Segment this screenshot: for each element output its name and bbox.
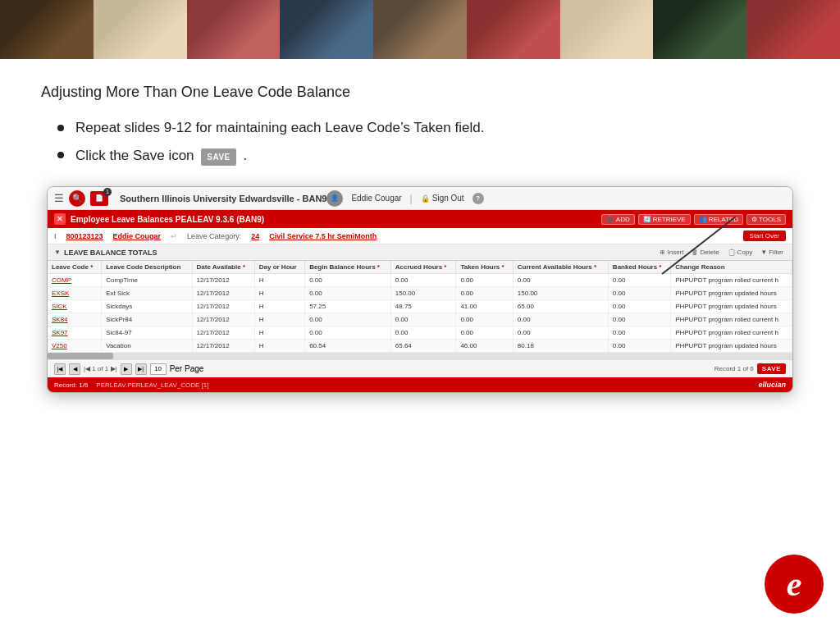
leave-code-cell[interactable]: SICK: [48, 300, 102, 313]
day-or-hour-cell: H: [254, 274, 304, 287]
photo-4: [280, 0, 373, 59]
tools-label: TOOLS: [759, 216, 781, 223]
leave-code-link[interactable]: COMP: [52, 276, 71, 284]
search-button[interactable]: 🔍: [69, 190, 85, 207]
status-bar: Record: 1/6 PERLEAV.PERLEAV_LEAV_CODE [1…: [48, 377, 792, 392]
begin-balance-cell: 0.00: [305, 274, 391, 287]
bullet-text-2: Click the Save icon SAVE .: [75, 145, 247, 167]
bullet-list: Repeat slides 9-12 for maintaining each …: [57, 117, 799, 166]
svg-line-0: [662, 217, 736, 274]
leave-cat-code[interactable]: 24: [251, 232, 259, 240]
leave-code-cell[interactable]: COMP: [48, 274, 102, 287]
change-reason-cell: PHPUPDT program updated hours: [671, 340, 792, 353]
date-available-cell: 12/17/2012: [192, 287, 254, 300]
col-accrued: Accrued Hours *: [390, 261, 456, 274]
sign-out-button[interactable]: 🔒 Sign Out: [421, 194, 464, 203]
badge-count: 1: [103, 188, 112, 196]
add-button[interactable]: ➕ ADD: [601, 214, 635, 225]
description-cell: CompTime: [102, 274, 192, 287]
form-title: Employee Leave Balances PEALEAV 9.3.6 (B…: [71, 215, 264, 224]
next-page-button[interactable]: ▶: [121, 363, 132, 375]
table-row[interactable]: EXSKExt Sick12/17/2012H0.00150.000.00150…: [48, 287, 792, 300]
main-content: Adjusting More Than One Leave Code Balan…: [0, 59, 840, 409]
leave-code-cell[interactable]: SK84: [48, 313, 102, 326]
add-icon: ➕: [606, 216, 614, 223]
leave-code-cell[interactable]: EXSK: [48, 287, 102, 300]
save-button[interactable]: SAVE: [757, 363, 786, 374]
date-available-cell: 12/17/2012: [192, 313, 254, 326]
day-or-hour-cell: H: [254, 326, 304, 340]
leave-code-link[interactable]: SK84: [52, 316, 68, 323]
employee-name[interactable]: Eddie Cougar: [113, 232, 162, 240]
prev-page-button[interactable]: ◀: [69, 363, 80, 375]
description-cell: Sickdays: [102, 300, 192, 313]
table-row[interactable]: SK84SickPr8412/17/2012H0.000.000.000.000…: [48, 313, 792, 326]
table-row[interactable]: SK97Sic84-9712/17/2012H0.000.000.000.000…: [48, 326, 792, 340]
col-current-available: Current Available Hours *: [513, 261, 608, 274]
topbar-left: ☰ 🔍 📄 1 Southern Illinois University Edw…: [54, 190, 326, 207]
close-button[interactable]: ✕: [54, 213, 66, 225]
banked-cell: 0.00: [608, 340, 670, 353]
bullet-text-1: Repeat slides 9-12 for maintaining each …: [75, 117, 484, 139]
description-cell: Vacation: [102, 340, 192, 353]
table-row[interactable]: V250Vacation12/17/2012H60.5465.6446.0080…: [48, 340, 792, 353]
col-leave-code: Leave Code *: [48, 261, 102, 274]
brand-name: ellucian: [758, 381, 786, 389]
hamburger-icon[interactable]: ☰: [54, 192, 64, 204]
page-icon-button[interactable]: 📄 1: [90, 191, 108, 206]
table-row[interactable]: SICKSickdays12/17/2012H57.2548.7541.0065…: [48, 300, 792, 313]
col-description: Leave Code Description: [102, 261, 192, 274]
last-page-button[interactable]: ▶|: [135, 363, 147, 375]
taken-cell: 0.00: [456, 326, 513, 340]
ban9-topbar: ☰ 🔍 📄 1 Southern Illinois University Edw…: [48, 187, 792, 210]
taken-cell: 0.00: [456, 274, 513, 287]
change-reason-cell: PHPUPDT program updated hours: [671, 287, 792, 300]
first-page-button[interactable]: |◀: [54, 363, 66, 375]
brand-logo: e: [765, 555, 824, 614]
leave-code-link[interactable]: SICK: [52, 303, 67, 310]
help-button[interactable]: ?: [472, 193, 484, 204]
filter-button[interactable]: ▼ Filter: [758, 248, 786, 257]
photo-6: [467, 0, 560, 59]
topbar-right: 👤 Eddie Cougar | 🔒 Sign Out ?: [326, 190, 483, 207]
begin-balance-cell: 0.00: [305, 287, 391, 300]
search-icon: 🔍: [72, 194, 82, 203]
employee-id[interactable]: 800123123: [66, 232, 103, 240]
per-page-input[interactable]: [150, 363, 167, 375]
begin-balance-cell: 60.54: [305, 340, 391, 353]
accrued-cell: 65.64: [390, 340, 456, 353]
slide-title: Adjusting More Than One Leave Code Balan…: [41, 84, 799, 101]
scrollbar-thumb[interactable]: [48, 353, 113, 359]
description-cell: Sic84-97: [102, 326, 192, 340]
banked-cell: 0.00: [608, 300, 670, 313]
leave-code-cell[interactable]: SK97: [48, 326, 102, 340]
leave-code-cell[interactable]: V250: [48, 340, 102, 353]
leave-code-link[interactable]: EXSK: [52, 290, 69, 297]
leave-cat-desc[interactable]: Civil Service 7.5 hr SemiMonth: [269, 232, 377, 240]
start-over-button[interactable]: Start Over: [743, 231, 786, 241]
current-available-cell: 150.00: [513, 287, 608, 300]
day-or-hour-cell: H: [254, 300, 304, 313]
accrued-cell: 150.00: [390, 287, 456, 300]
banked-cell: 0.00: [608, 313, 670, 326]
day-or-hour-cell: H: [254, 313, 304, 326]
save-inline-button[interactable]: SAVE: [201, 148, 236, 166]
section-title-area: ▼ LEAVE BALANCE TOTALS: [54, 249, 157, 257]
help-label: ?: [476, 194, 480, 202]
description-cell: SickPr84: [102, 313, 192, 326]
day-or-hour-cell: H: [254, 287, 304, 300]
accrued-cell: 0.00: [390, 313, 456, 326]
bullet-dot-1: [57, 125, 64, 131]
col-taken: Taken Hours *: [456, 261, 513, 274]
nav-row: |◀ ◀ |◀ 1 of 1 ▶| ▶ ▶| Per Page Record 1…: [48, 359, 792, 377]
topbar-title: Southern Illinois University Edwardsvill…: [120, 194, 326, 203]
section-collapse-icon[interactable]: ▼: [54, 249, 61, 256]
leave-code-link[interactable]: V250: [52, 342, 67, 349]
leave-code-link[interactable]: SK97: [52, 329, 68, 336]
day-or-hour-cell: H: [254, 340, 304, 353]
page-icon-glyph: 📄: [95, 194, 103, 202]
horizontal-scrollbar[interactable]: [48, 353, 792, 359]
avatar-icon: 👤: [331, 194, 339, 202]
tools-button[interactable]: ⚙ TOOLS: [746, 214, 786, 225]
photo-strip: [0, 0, 840, 59]
